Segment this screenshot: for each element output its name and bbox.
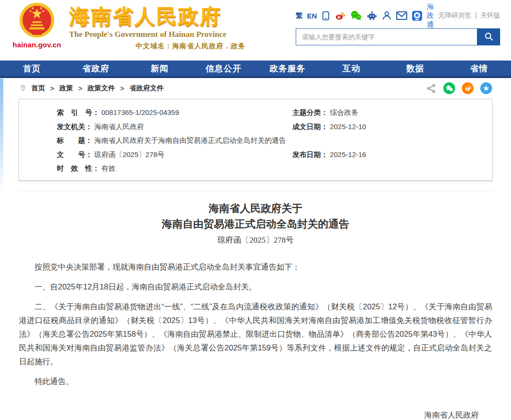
meta-row-issuing-agency: 发文机关： 海南省人民政府 成文日期： 2025-12-10 [19, 120, 492, 134]
breadcrumb-separator: > [120, 85, 124, 92]
document-paragraph: 一、自2025年12月18日起，海南自由贸易港正式启动全岛封关。 [19, 280, 492, 294]
breadcrumb-item-home[interactable]: 首页 [31, 84, 45, 93]
section-divider [18, 191, 493, 191]
meta-value: 综合政务 [330, 108, 358, 116]
site-chinese-domain: 中文域名：海南省人民政府．政务 [69, 42, 247, 51]
search-button[interactable] [477, 28, 500, 45]
document-title-line1: 海南省人民政府关于 [0, 201, 511, 216]
share-toolbar [426, 82, 492, 94]
nav-item-province-profile[interactable]: 省情 [447, 63, 511, 74]
meta-value: 琼府函〔2025〕278号 [94, 150, 164, 158]
site-title: 海南省人民政府 [69, 5, 247, 28]
meta-value: 有效 [101, 164, 115, 172]
wechat-share-icon[interactable] [443, 82, 455, 94]
signature-issuer: 海南省人民政府 [19, 407, 479, 420]
document-body: 按照党中央决策部署，现就海南自由贸易港正式启动全岛封关事宜通告如下： 一、自20… [19, 260, 492, 420]
meta-label: 发文机关： [57, 122, 92, 131]
qzone-share-icon[interactable] [480, 82, 492, 94]
nav-item-gov-services[interactable]: 政务服务 [256, 63, 319, 74]
breadcrumb-item-provincial-files[interactable]: 省政府文件 [129, 84, 164, 93]
document-number: 琼府函〔2025〕278号 [0, 233, 511, 247]
share-icon[interactable] [426, 83, 437, 94]
nav-item-provincial-gov[interactable]: 省政府 [64, 63, 128, 74]
search-icon [484, 31, 494, 43]
weibo-share-icon[interactable] [462, 82, 474, 94]
user-icon[interactable] [382, 10, 392, 21]
quick-links-row: 繁 EN [296, 9, 500, 22]
english-toggle[interactable]: EN [307, 12, 317, 20]
meta-label: 文 号： [57, 150, 92, 158]
site-title-block: 海南省人民政府 The People's Government of Haina… [69, 5, 247, 51]
meta-value: 2025-12-10 [330, 122, 366, 131]
document-paragraph: 二、《关于海南自由贸易港货物进出“一线”、“二线”及在岛内流通税收政策的通知》（… [19, 300, 492, 368]
meta-value: 00817365-1/2025-04359 [101, 108, 179, 116]
document-paragraph: 按照党中央决策部署，现就海南自由贸易港正式启动全岛封关事宜通告如下： [19, 260, 492, 274]
accessibility-links: 无障碍浏览 | 关怀版 [438, 11, 500, 20]
meta-value: 2025-12-16 [330, 150, 366, 158]
accessibility-separator: | [475, 11, 477, 19]
meta-label: 主题分类： [292, 108, 328, 116]
meta-value: 海南省人民政府关于海南自由贸易港正式启动全岛封关的通告 [94, 136, 286, 144]
nav-item-news[interactable]: 新闻 [128, 63, 192, 74]
breadcrumb: 首页 > 政策 > 政策文件 > 省政府文件 [19, 83, 164, 94]
search-bar [296, 28, 500, 45]
header-right-panel: 繁 EN [296, 9, 500, 45]
meta-label: 索 引 号： [57, 108, 99, 116]
meta-row-doc-number: 文 号： 琼府函〔2025〕278号 发布日期： 2025-12-16 [19, 148, 492, 162]
wechat-icon[interactable] [350, 10, 362, 21]
site-logo[interactable]: hainan.gov.cn [10, 2, 63, 49]
care-edition-link[interactable]: 关怀版 [480, 11, 500, 19]
national-emblem-icon [10, 2, 63, 40]
meta-label: 标 题： [57, 136, 92, 144]
mail-icon[interactable] [396, 11, 407, 20]
weibo-icon[interactable] [335, 10, 346, 21]
accessibility-browse-link[interactable]: 无障碍浏览 [438, 11, 471, 19]
search-input[interactable] [296, 28, 477, 45]
meta-label: 发布日期： [292, 150, 328, 158]
meta-row-validity: 时 效 性： 有效 [19, 161, 492, 175]
traditional-chinese-toggle[interactable]: 繁 [296, 11, 303, 20]
breadcrumb-separator: > [50, 85, 54, 92]
left-gradient-strip [0, 79, 3, 194]
meta-value: 海南省人民政府 [94, 122, 144, 131]
robot-icon[interactable] [366, 10, 378, 21]
nav-item-data[interactable]: 数据 [383, 63, 447, 74]
nav-item-interaction[interactable]: 互动 [319, 63, 383, 74]
mobile-icon[interactable] [321, 10, 330, 21]
haizhengtong-label[interactable]: 海政通 [427, 2, 434, 29]
meta-row-title: 标 题： 海南省人民政府关于海南自由贸易港正式启动全岛封关的通告 [19, 133, 492, 148]
breadcrumb-item-policy-files[interactable]: 政策文件 [88, 84, 115, 93]
document-signature: 海南省人民政府 2025年12月10日 [19, 407, 492, 420]
document-paragraph: 特此通告。 [19, 375, 492, 388]
main-nav: 首页 省政府 新闻 信息公开 政务服务 互动 数据 省情 [0, 61, 511, 78]
meta-label: 时 效 性： [57, 164, 99, 172]
document-title-line2: 海南自由贸易港正式启动全岛封关的通告 [0, 216, 511, 232]
site-header: hainan.gov.cn 海南省人民政府 The People's Gover… [0, 0, 511, 61]
meta-row-index-number: 索 引 号： 00817365-1/2025-04359 主题分类： 综合政务 [19, 105, 492, 120]
breadcrumb-bar: 首页 > 政策 > 政策文件 > 省政府文件 [0, 78, 511, 98]
document-meta-table: 索 引 号： 00817365-1/2025-04359 主题分类： 综合政务 … [18, 99, 493, 181]
site-subtitle-en: The People's Government of Hainan Provin… [69, 30, 247, 39]
location-pin-icon [19, 83, 27, 94]
breadcrumb-item-policy[interactable]: 政策 [59, 84, 73, 93]
document-header: 海南省人民政府关于 海南自由贸易港正式启动全岛封关的通告 琼府函〔2025〕27… [0, 201, 511, 247]
logo-domain-text: hainan.gov.cn [10, 41, 63, 49]
breadcrumb-separator: > [78, 85, 82, 92]
nav-item-info-disclosure[interactable]: 信息公开 [192, 63, 256, 74]
haizhengtong-app-icon[interactable] [412, 10, 423, 21]
nav-item-home[interactable]: 首页 [0, 63, 64, 74]
meta-label: 成文日期： [292, 122, 328, 131]
